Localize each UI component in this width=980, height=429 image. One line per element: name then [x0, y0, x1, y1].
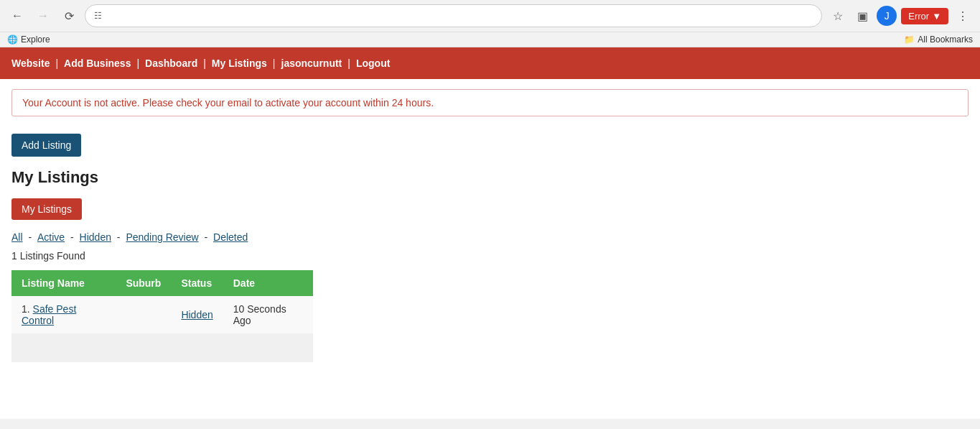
- all-bookmarks[interactable]: 📁 All Bookmarks: [904, 34, 973, 45]
- explore-label: Explore: [21, 34, 50, 45]
- page-title: My Listings: [11, 168, 969, 187]
- nav-my-listings[interactable]: My Listings: [212, 57, 267, 69]
- filter-active[interactable]: Active: [37, 231, 65, 243]
- nav-sep-2: |: [136, 57, 139, 69]
- error-button[interactable]: Error ▼: [901, 8, 948, 24]
- url-input[interactable]: go4it.com.au/admin/my_listings.php: [106, 11, 813, 22]
- nav-dashboard[interactable]: Dashboard: [145, 57, 197, 69]
- filter-all[interactable]: All: [11, 231, 23, 243]
- listing-name-link[interactable]: Safe Pest Control: [22, 303, 76, 326]
- cell-listing-name: 1. Safe Pest Control: [11, 296, 116, 333]
- filter-links: All - Active - Hidden - Pending Review -…: [11, 231, 969, 243]
- cell-date: 10 Seconds Ago: [223, 296, 313, 333]
- forward-button[interactable]: →: [33, 6, 53, 26]
- bookmarks-bar: 🌐 Explore 📁 All Bookmarks: [0, 32, 980, 47]
- cell-suburb: [116, 296, 171, 333]
- filter-deleted[interactable]: Deleted: [213, 231, 248, 243]
- my-listings-tab-button[interactable]: My Listings: [11, 198, 82, 220]
- row-number: 1.: [22, 303, 30, 315]
- listings-table: Listing Name Suburb Status Date 1. Safe …: [11, 270, 313, 362]
- col-status: Status: [171, 270, 223, 296]
- col-date: Date: [223, 270, 313, 296]
- status-link[interactable]: Hidden: [181, 309, 213, 320]
- chevron-down-icon: ▼: [932, 11, 941, 22]
- empty-row-cell: [11, 333, 313, 362]
- add-listing-button[interactable]: Add Listing: [11, 134, 81, 157]
- bookmark-button[interactable]: ☆: [828, 6, 848, 26]
- globe-icon: 🌐: [7, 34, 18, 45]
- nav-sep-1: |: [55, 57, 58, 69]
- browser-toolbar: ← → ⟳ ☷ go4it.com.au/admin/my_listings.p…: [0, 0, 980, 32]
- back-button[interactable]: ←: [7, 6, 27, 26]
- table-header: Listing Name Suburb Status Date: [11, 270, 313, 296]
- table-body: 1. Safe Pest Control Hidden 10 Seconds A…: [11, 296, 313, 362]
- explore-item[interactable]: 🌐 Explore: [7, 34, 50, 45]
- bookmarks-folder-icon: 📁: [904, 34, 915, 45]
- filter-sep-3: -: [117, 231, 123, 243]
- nav-add-business[interactable]: Add Business: [64, 57, 131, 69]
- site-nav: Website | Add Business | Dashboard | My …: [0, 47, 980, 79]
- filter-sep-4: -: [204, 231, 210, 243]
- filter-sep-2: -: [70, 231, 77, 243]
- table-row-empty: [11, 333, 313, 362]
- profile-button[interactable]: J: [877, 6, 897, 26]
- browser-chrome: ← → ⟳ ☷ go4it.com.au/admin/my_listings.p…: [0, 0, 980, 47]
- cell-status: Hidden: [171, 296, 223, 333]
- toolbar-right: ☆ ▣ J Error ▼ ⋮: [828, 6, 973, 26]
- site-icon: ☷: [94, 11, 102, 21]
- nav-website[interactable]: Website: [11, 57, 50, 69]
- table-header-row: Listing Name Suburb Status Date: [11, 270, 313, 296]
- alert-message: Your Account is not active. Please check…: [22, 97, 434, 109]
- nav-username[interactable]: jasoncurnutt: [281, 57, 342, 69]
- extension-button[interactable]: ▣: [852, 6, 872, 26]
- all-bookmarks-label: All Bookmarks: [918, 34, 973, 45]
- table-row: 1. Safe Pest Control Hidden 10 Seconds A…: [11, 296, 313, 333]
- nav-sep-4: |: [273, 57, 276, 69]
- page-wrapper: Website | Add Business | Dashboard | My …: [0, 47, 980, 419]
- menu-button[interactable]: ⋮: [953, 6, 973, 26]
- alert-box: Your Account is not active. Please check…: [11, 89, 969, 116]
- main-content: Add Listing My Listings My Listings All …: [0, 126, 980, 377]
- reload-button[interactable]: ⟳: [59, 6, 79, 26]
- col-suburb: Suburb: [116, 270, 171, 296]
- filter-sep-1: -: [28, 231, 34, 243]
- nav-sep-3: |: [203, 57, 206, 69]
- nav-sep-5: |: [347, 57, 350, 69]
- filter-pending-review[interactable]: Pending Review: [126, 231, 198, 243]
- address-bar: ☷ go4it.com.au/admin/my_listings.php: [85, 4, 822, 27]
- filter-hidden[interactable]: Hidden: [80, 231, 111, 243]
- results-count: 1 Listings Found: [11, 250, 969, 262]
- nav-logout[interactable]: Logout: [356, 57, 390, 69]
- error-label: Error: [908, 11, 929, 22]
- col-listing-name: Listing Name: [11, 270, 116, 296]
